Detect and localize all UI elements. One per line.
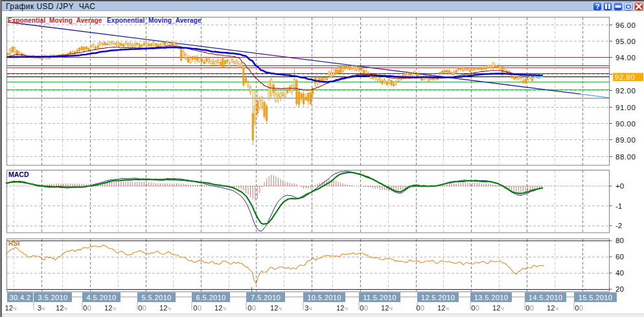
svg-text:Exponential_Moving_Average: Exponential_Moving_Average bbox=[8, 17, 102, 24]
svg-text:12: 12 bbox=[437, 304, 445, 312]
svg-text:12: 12 bbox=[336, 304, 344, 312]
svg-text:ч: ч bbox=[555, 305, 558, 312]
svg-text:20: 20 bbox=[615, 285, 624, 293]
svg-text:0: 0 bbox=[87, 304, 91, 312]
svg-text:13.5.2010: 13.5.2010 bbox=[474, 294, 509, 301]
svg-text:94.00: 94.00 bbox=[615, 54, 636, 62]
svg-text:15.5.2010: 15.5.2010 bbox=[579, 294, 613, 301]
svg-text:12: 12 bbox=[159, 304, 167, 312]
svg-text:3: 3 bbox=[305, 304, 308, 312]
svg-text:-1: -1 bbox=[615, 202, 622, 210]
svg-text:12: 12 bbox=[381, 304, 389, 312]
svg-text:12: 12 bbox=[270, 304, 278, 312]
svg-text:95.00: 95.00 bbox=[615, 38, 636, 45]
svg-text:3: 3 bbox=[38, 304, 41, 312]
svg-text:12: 12 bbox=[104, 304, 112, 312]
svg-text:-2: -2 bbox=[615, 222, 622, 229]
svg-text:60: 60 bbox=[615, 253, 624, 261]
svg-text:12.5.2010: 12.5.2010 bbox=[421, 294, 455, 301]
svg-text:5.5.2010: 5.5.2010 bbox=[141, 294, 171, 301]
svg-text:ч: ч bbox=[113, 305, 116, 312]
svg-text:ч: ч bbox=[501, 305, 504, 312]
svg-text:0: 0 bbox=[143, 304, 146, 312]
svg-text:ч: ч bbox=[41, 305, 45, 312]
svg-text:0: 0 bbox=[252, 304, 256, 312]
svg-text:0: 0 bbox=[193, 304, 197, 312]
svg-text:0: 0 bbox=[471, 304, 475, 312]
svg-text:ч: ч bbox=[345, 305, 348, 312]
svg-text:92.00: 92.00 bbox=[615, 87, 636, 95]
svg-text:12: 12 bbox=[547, 304, 555, 312]
svg-text:80: 80 bbox=[615, 237, 624, 244]
svg-text:0: 0 bbox=[83, 304, 87, 312]
svg-text:12: 12 bbox=[214, 304, 222, 312]
svg-text:RSI: RSI bbox=[8, 239, 20, 247]
svg-text:0: 0 bbox=[360, 304, 363, 312]
svg-text:0: 0 bbox=[416, 304, 420, 312]
svg-text:0: 0 bbox=[247, 304, 251, 312]
svg-text:MACD: MACD bbox=[8, 170, 29, 178]
svg-text:?: ? bbox=[595, 3, 600, 10]
svg-text:14.5.2010: 14.5.2010 bbox=[529, 294, 563, 301]
svg-text:ч: ч bbox=[64, 305, 67, 312]
svg-text:ч: ч bbox=[446, 305, 449, 312]
svg-text:12: 12 bbox=[56, 304, 63, 312]
svg-text:Exponential_Moving_Average: Exponential_Moving_Average bbox=[107, 17, 201, 24]
svg-text:12: 12 bbox=[5, 304, 13, 312]
svg-text:ч: ч bbox=[223, 305, 226, 312]
svg-text:0: 0 bbox=[530, 304, 534, 312]
svg-text:0: 0 bbox=[420, 304, 424, 312]
svg-text:0: 0 bbox=[525, 304, 529, 312]
svg-text:91.00: 91.00 bbox=[615, 104, 636, 112]
svg-text:0: 0 bbox=[364, 304, 368, 312]
svg-text:0: 0 bbox=[579, 304, 583, 312]
svg-text:96.00: 96.00 bbox=[615, 21, 636, 29]
svg-text:12: 12 bbox=[492, 304, 500, 312]
svg-text:0: 0 bbox=[476, 304, 479, 312]
svg-text:0: 0 bbox=[575, 304, 579, 312]
svg-text:7.5.2010: 7.5.2010 bbox=[251, 294, 281, 301]
svg-text:ч: ч bbox=[279, 305, 282, 312]
svg-text:ч: ч bbox=[309, 305, 312, 312]
svg-text:88.00: 88.00 bbox=[615, 153, 636, 161]
svg-text:10.5.2010: 10.5.2010 bbox=[307, 294, 341, 301]
svg-text:График USD /JPY ЧАС: График USD /JPY ЧАС bbox=[6, 2, 95, 11]
svg-text:92.80: 92.80 bbox=[615, 73, 635, 81]
svg-text:ч: ч bbox=[168, 305, 171, 312]
svg-text:ч: ч bbox=[389, 305, 393, 312]
svg-text:90.00: 90.00 bbox=[615, 120, 636, 128]
svg-text:0: 0 bbox=[138, 304, 142, 312]
svg-text:89.00: 89.00 bbox=[615, 136, 636, 144]
svg-text:+0: +0 bbox=[615, 182, 624, 190]
svg-text:4.5.2010: 4.5.2010 bbox=[86, 294, 116, 301]
svg-text:6.5.2010: 6.5.2010 bbox=[196, 294, 225, 301]
svg-text:3.5.2010: 3.5.2010 bbox=[38, 294, 67, 301]
svg-text:11.5.2010: 11.5.2010 bbox=[363, 294, 397, 301]
svg-text:30.4.2: 30.4.2 bbox=[10, 294, 31, 301]
svg-text:40: 40 bbox=[615, 269, 624, 277]
svg-text:0: 0 bbox=[198, 304, 201, 312]
svg-text:ч: ч bbox=[13, 305, 16, 312]
